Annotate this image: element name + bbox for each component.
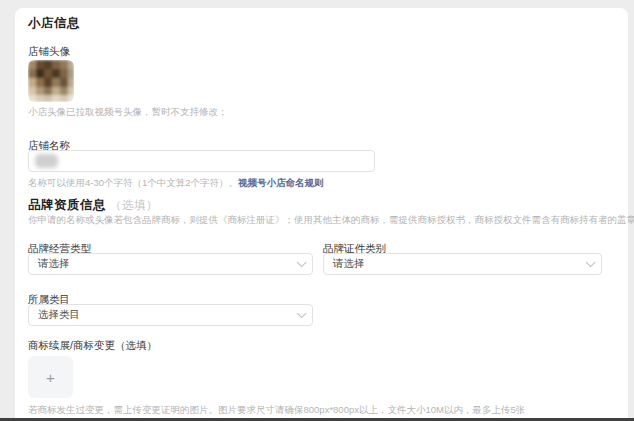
shop-name-field-row [15, 150, 628, 172]
window-bottom-edge [0, 418, 634, 421]
brand-section-description: 你申请的名称或头像若包含品牌商标，则提供《商标注册证》；使用其他主体的商标，需提… [28, 214, 634, 227]
cert-type-placeholder: 请选择 [333, 257, 365, 271]
brand-type-select[interactable]: 请选择 [28, 253, 313, 275]
shop-info-card: 小店信息 店铺头像 小店头像已拉取视频号头像，暂时不支持修改； 店铺名称 名称可… [15, 8, 628, 421]
brand-type-placeholder: 请选择 [38, 257, 70, 271]
category-select[interactable]: 选择类目 [28, 304, 313, 326]
page-title: 小店信息 [28, 15, 80, 32]
cert-type-select[interactable]: 请选择 [323, 253, 602, 275]
trademark-label: 商标续展/商标变更（选填） [28, 339, 157, 353]
shop-name-redacted-value [35, 154, 58, 168]
brand-section-title: 品牌资质信息 （选填） [28, 197, 158, 214]
chevron-down-icon [586, 257, 596, 267]
plus-icon: + [46, 370, 55, 385]
chevron-down-icon [297, 308, 307, 318]
shop-name-helper: 名称可以使用4-30个字符（1个中文算2个字符）。视频号小店命名规则 [28, 177, 324, 190]
naming-rules-link[interactable]: 视频号小店命名规则 [238, 177, 324, 188]
brand-section-optional-tag: （选填） [110, 199, 158, 211]
trademark-upload-note: 若商标发生过变更，需上传变更证明的图片。图片要求尺寸请确保800px*800px… [28, 404, 525, 417]
chevron-down-icon [297, 257, 307, 267]
shop-name-helper-text: 名称可以使用4-30个字符（1个中文算2个字符）。 [28, 177, 238, 188]
avatar-label: 店铺头像 [28, 45, 70, 59]
shop-avatar-image [28, 60, 74, 102]
brand-section-title-text: 品牌资质信息 [28, 198, 106, 212]
avatar-note: 小店头像已拉取视频号头像，暂时不支持修改； [28, 106, 228, 119]
avatar-mosaic [28, 60, 74, 102]
category-placeholder: 选择类目 [38, 308, 80, 322]
trademark-upload-button[interactable]: + [28, 356, 73, 398]
shop-name-input[interactable] [28, 150, 375, 172]
